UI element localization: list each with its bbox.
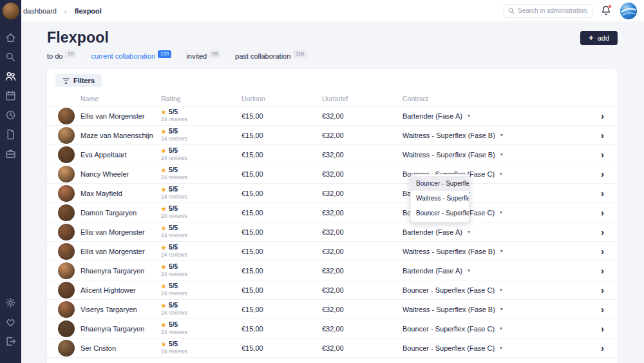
tabs: to do 20 current collaboration 120 invit… (47, 52, 618, 63)
column-uurtarief: Uurtarief (322, 95, 402, 103)
name-cell: Maze van Manenschijn (58, 127, 161, 144)
breadcrumb-dashboard[interactable]: dashboard (23, 7, 57, 15)
tab-past-collaboration[interactable]: past collaboration 110 (235, 52, 307, 63)
calendar-icon[interactable] (5, 90, 16, 101)
clock-icon[interactable] (5, 110, 16, 121)
row-actions: › (598, 168, 607, 180)
contract-dropdown: Bouncer - Superflex (F...Waitress - Supe… (410, 174, 469, 222)
column-name: Name (58, 95, 161, 103)
admin-search[interactable] (504, 4, 592, 18)
tab-to-do[interactable]: to do 20 (47, 52, 76, 63)
home-icon[interactable] (5, 32, 16, 43)
rating-cell: ★ 5/5 24 reviews (161, 147, 242, 161)
table-row[interactable]: Ellis van Morgenster ★ 5/5 24 reviews €1… (47, 222, 618, 242)
table-row[interactable]: Max Mayfield ★ 5/5 24 reviews €15,00 €32… (47, 184, 618, 203)
uurtarief-value: €32,00 (322, 132, 402, 139)
table-row[interactable]: Eva Appeltaart ★ 5/5 24 reviews €15,00 €… (47, 145, 618, 164)
tab-label: invited (186, 52, 207, 60)
uurtarief-value: €32,00 (322, 209, 402, 217)
contract-select[interactable]: Waitress - Superflex (Fase B) ▾ (402, 132, 598, 139)
contract-select[interactable]: Bouncer - Superflex (Fase C) ▾ (402, 325, 598, 333)
row-detail-chevron-icon[interactable]: › (601, 168, 604, 179)
row-detail-chevron-icon[interactable]: › (601, 342, 604, 353)
filters-button[interactable]: Filters (55, 74, 102, 87)
rating-cell: ★ 5/5 24 reviews (161, 186, 242, 200)
dropdown-option[interactable]: Bouncer - Superflex (F... (411, 206, 469, 221)
contract-select[interactable]: Waitress - Superflex (Fase B) ▾ (402, 248, 598, 255)
row-detail-chevron-icon[interactable]: › (601, 110, 604, 121)
employee-name: Eva Appeltaart (80, 151, 127, 159)
rating-cell: ★ 5/5 24 reviews (161, 224, 242, 239)
uurloon-value: €15,00 (242, 151, 322, 159)
users-icon[interactable] (5, 71, 16, 82)
row-detail-chevron-icon[interactable]: › (601, 226, 604, 237)
row-detail-chevron-icon[interactable]: › (601, 188, 604, 199)
tab-label: current collaboration (91, 52, 155, 60)
uurloon-value: €15,00 (242, 228, 322, 236)
chevron-down-icon: ▾ (500, 152, 503, 157)
table-row[interactable]: Damon Targaryen ★ 5/5 24 reviews €15,00 … (47, 203, 618, 222)
dropdown-option[interactable]: Waitress - Superflex (F... (411, 191, 469, 206)
avatar (58, 224, 75, 240)
gear-icon[interactable] (5, 297, 16, 308)
contract-label: Bartender (Fase A) (402, 267, 462, 275)
user-avatar[interactable] (3, 3, 19, 19)
row-detail-chevron-icon[interactable]: › (601, 284, 604, 295)
row-detail-chevron-icon[interactable]: › (601, 149, 604, 160)
contract-select[interactable]: Bartender (Fase A) ▾ (402, 267, 598, 275)
add-button[interactable]: + add (580, 31, 618, 45)
breadcrumb-flexpool[interactable]: flexpool (75, 7, 102, 15)
name-cell: Rhaenyra Targaryen (58, 320, 161, 337)
table-row[interactable]: Maze van Manenschijn ★ 5/5 24 reviews €1… (47, 126, 618, 145)
contract-select[interactable]: Waitress - Superflex (Fase B) ▾ (402, 306, 598, 313)
table-row[interactable]: Nancy Wheeler ★ 5/5 24 reviews €15,00 €3… (47, 164, 618, 184)
name-cell: Max Mayfield (58, 185, 161, 202)
table-row[interactable]: Ellis van Morgenster ★ 5/5 24 reviews €1… (47, 242, 618, 261)
briefcase-icon[interactable] (5, 148, 16, 159)
chevron-down-icon: ▾ (500, 132, 503, 138)
row-actions: › (598, 130, 607, 141)
contract-select[interactable]: Waitress - Superflex (Fase B) ▾ (402, 151, 598, 159)
chevron-down-icon: ▾ (468, 113, 470, 119)
contract-select[interactable]: Bouncer - Superflex (Fase C) ▾ (402, 344, 598, 352)
search-input[interactable] (518, 7, 588, 14)
rating-value: 5/5 (169, 128, 178, 135)
chevron-down-icon: ▾ (500, 171, 502, 177)
document-icon[interactable] (5, 129, 16, 140)
search-icon[interactable] (5, 52, 16, 63)
rating-cell: ★ 5/5 24 reviews (161, 282, 242, 297)
rating-value: 5/5 (169, 224, 178, 232)
uurloon-value: €15,00 (242, 209, 322, 217)
avatar (58, 340, 75, 357)
filters-label: Filters (73, 77, 95, 84)
rating-value: 5/5 (169, 205, 178, 213)
row-detail-chevron-icon[interactable]: › (601, 323, 604, 334)
avatar (58, 301, 75, 318)
table-row[interactable]: Viserys Targaryen ★ 5/5 24 reviews €15,0… (47, 300, 618, 319)
row-detail-chevron-icon[interactable]: › (601, 130, 604, 141)
table-row[interactable]: Ser Criston ★ 5/5 24 reviews €15,00 €32,… (47, 338, 618, 358)
row-detail-chevron-icon[interactable]: › (601, 246, 604, 257)
logout-icon[interactable] (5, 336, 16, 347)
table-row[interactable]: Rhaenyra Targaryen ★ 5/5 24 reviews €15,… (47, 261, 618, 280)
table-row[interactable]: Alicent Hightower ★ 5/5 24 reviews €15,0… (47, 280, 618, 300)
name-cell: Ellis van Morgenster (58, 224, 161, 240)
row-detail-chevron-icon[interactable]: › (601, 304, 604, 315)
contract-select[interactable]: Bartender (Fase A) ▾ (402, 112, 598, 120)
employee-name: Rhaenyra Targaryen (80, 267, 144, 275)
notification-dot (608, 5, 612, 8)
contract-select[interactable]: Bartender (Fase A) ▾ (402, 228, 598, 236)
uurloon-value: €15,00 (242, 325, 322, 333)
chevron-down-icon: ▾ (500, 345, 502, 351)
row-detail-chevron-icon[interactable]: › (601, 207, 604, 218)
contract-select[interactable]: Bouncer - Superflex (Fase C) ▾ (402, 286, 598, 294)
tab-invited[interactable]: invited 99 (186, 52, 220, 63)
tab-current-collaboration[interactable]: current collaboration 120 (91, 52, 171, 63)
notifications-bell-icon[interactable] (601, 5, 611, 16)
row-detail-chevron-icon[interactable]: › (601, 265, 604, 276)
heart-icon[interactable] (5, 317, 16, 328)
table-row[interactable]: Ellis van Morgenster ★ 5/5 24 reviews €1… (47, 106, 618, 126)
dropdown-option[interactable]: Bouncer - Superflex (F... (411, 176, 469, 191)
rating-cell: ★ 5/5 24 reviews (161, 302, 242, 316)
table-row[interactable]: Rhaenyra Targaryen ★ 5/5 24 reviews €15,… (47, 319, 618, 338)
